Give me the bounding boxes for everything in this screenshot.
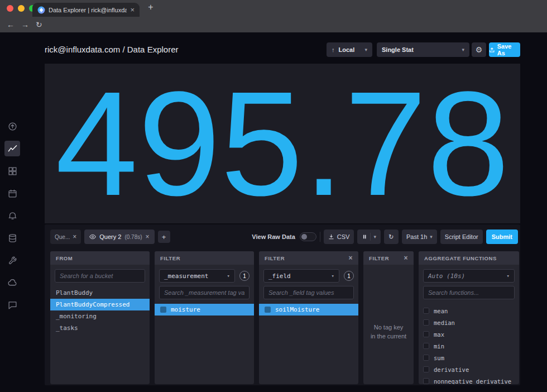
list-item-bucket[interactable]: PlantBuddy bbox=[50, 287, 150, 299]
window-controls bbox=[7, 5, 36, 12]
function-search-input[interactable] bbox=[423, 286, 515, 299]
bell-icon bbox=[8, 211, 17, 221]
viz-dropdown-label: Single Stat bbox=[382, 46, 414, 53]
sidebar-item-settings[interactable] bbox=[4, 252, 20, 268]
remove-filter-icon[interactable]: × bbox=[348, 254, 353, 262]
list-item-function[interactable]: nonnegative derivative bbox=[423, 375, 515, 384]
tab-close-icon[interactable]: × bbox=[130, 6, 135, 13]
timezone-dropdown[interactable]: ↑ Local ▾ bbox=[327, 42, 372, 57]
tag-value-search-input[interactable] bbox=[263, 286, 354, 299]
checkbox[interactable] bbox=[423, 331, 429, 337]
checkbox[interactable] bbox=[423, 343, 429, 349]
calendar-icon bbox=[8, 189, 17, 198]
sidebar-item-alerts[interactable] bbox=[4, 208, 20, 223]
aggregate-card-title: AGGREGATE FUNCTIONS bbox=[424, 255, 497, 261]
function-label: min bbox=[434, 343, 444, 350]
sidebar-item-tasks[interactable] bbox=[4, 185, 20, 201]
filter-card-empty: FILTER × No tag key in the current bbox=[363, 251, 414, 384]
checkbox[interactable] bbox=[423, 366, 429, 372]
browser-tab[interactable]: Data Explorer | rick@influxdat × bbox=[32, 3, 140, 17]
time-range-dropdown[interactable]: Past 1h ▾ bbox=[402, 230, 437, 244]
sidebar-item-feedback[interactable] bbox=[4, 297, 20, 313]
aggregate-card-header: AGGREGATE FUNCTIONS bbox=[419, 251, 519, 265]
page-title-breadcrumb: rick@influxdata.com / Data Explorer bbox=[45, 45, 178, 54]
sidebar-item-cloud[interactable] bbox=[4, 275, 20, 290]
chevron-down-icon: ▾ bbox=[364, 47, 367, 52]
tag-value-search-input[interactable] bbox=[159, 286, 249, 299]
view-raw-data-label: View Raw Data bbox=[252, 233, 295, 240]
list-item-function[interactable]: min bbox=[423, 340, 515, 352]
list-item-bucket[interactable]: _tasks bbox=[50, 322, 150, 334]
tag-key-label: _measurement bbox=[164, 273, 208, 280]
list-item-bucket[interactable]: _monitoring bbox=[50, 310, 150, 322]
bucket-name: _monitoring bbox=[56, 313, 97, 320]
checkbox[interactable] bbox=[423, 308, 429, 314]
checkbox[interactable] bbox=[423, 319, 429, 326]
save-as-button[interactable]: Save As bbox=[489, 42, 520, 57]
forward-icon[interactable]: → bbox=[21, 20, 29, 29]
list-item-function[interactable]: median bbox=[423, 317, 515, 328]
checkbox[interactable] bbox=[423, 378, 429, 384]
view-raw-data-toggle[interactable] bbox=[300, 232, 316, 241]
sidebar-item-data-explorer[interactable] bbox=[4, 141, 20, 156]
from-card: FROM PlantBuddy PlantBuddyCompressed _mo… bbox=[50, 251, 150, 384]
query-tab-1[interactable]: Que... × bbox=[50, 230, 81, 244]
list-item-function[interactable]: derivative bbox=[423, 364, 515, 375]
list-item-bucket-selected[interactable]: PlantBuddyCompressed bbox=[50, 299, 150, 310]
function-label: sum bbox=[434, 355, 444, 361]
app-sidebar bbox=[4, 118, 20, 313]
checkbox-checked[interactable] bbox=[265, 307, 271, 313]
eye-icon[interactable] bbox=[89, 233, 96, 240]
chevron-down-icon: ▾ bbox=[430, 234, 433, 240]
list-item-tag-value-selected[interactable]: soilMoisture bbox=[259, 304, 358, 315]
bucket-name: PlantBuddyCompressed bbox=[56, 301, 129, 308]
download-csv-button[interactable]: CSV bbox=[324, 230, 354, 244]
back-icon[interactable]: ← bbox=[7, 20, 15, 29]
new-tab-button[interactable]: + bbox=[145, 2, 156, 13]
chevron-down-icon: ▾ bbox=[507, 273, 510, 279]
query-duration: (0.78s) bbox=[124, 234, 142, 240]
divider bbox=[370, 233, 371, 241]
checkbox-checked[interactable] bbox=[160, 307, 166, 313]
close-icon[interactable]: × bbox=[73, 233, 76, 241]
close-icon[interactable]: × bbox=[146, 233, 150, 241]
filter-card-field: FILTER × _field ▾ 1 bbox=[259, 251, 358, 384]
remove-filter-icon[interactable]: × bbox=[404, 254, 408, 262]
bucket-name: PlantBuddy bbox=[56, 289, 93, 297]
time-range-label: Past 1h bbox=[406, 233, 427, 240]
window-period-dropdown[interactable]: Auto (10s) ▾ bbox=[423, 269, 515, 283]
pause-icon bbox=[362, 233, 367, 240]
single-stat-value: 495.78 bbox=[55, 69, 510, 218]
sidebar-item-dashboards[interactable] bbox=[4, 163, 20, 179]
script-editor-button[interactable]: Script Editor bbox=[440, 230, 483, 244]
filter-card-header: FILTER bbox=[155, 251, 254, 265]
bucket-search-input[interactable] bbox=[55, 269, 145, 283]
chevron-down-icon: ▾ bbox=[462, 47, 464, 52]
checkbox[interactable] bbox=[423, 355, 429, 361]
export-icon bbox=[489, 47, 495, 53]
list-item-tag-value-selected[interactable]: moisture bbox=[155, 304, 254, 315]
list-item-function[interactable]: max bbox=[423, 328, 515, 340]
list-item-function[interactable]: mean bbox=[423, 305, 515, 317]
chevron-down-icon: ▾ bbox=[332, 273, 334, 279]
tag-key-dropdown[interactable]: _measurement ▾ bbox=[159, 269, 235, 283]
list-item-function[interactable]: sum bbox=[423, 352, 515, 364]
add-query-button[interactable]: + bbox=[158, 231, 170, 243]
query-tab-2-active[interactable]: Query 2 (0.78s) × bbox=[84, 230, 154, 244]
visualization-type-dropdown[interactable]: Single Stat ▾ bbox=[377, 42, 469, 57]
minimize-window-button[interactable] bbox=[18, 5, 25, 12]
pause-refresh-button[interactable]: ▾ bbox=[357, 230, 381, 244]
filter-card-body: _field ▾ 1 soilMoisture bbox=[259, 265, 358, 320]
selected-count-badge: 1 bbox=[344, 271, 354, 281]
tag-value-label: soilMoisture bbox=[275, 306, 319, 313]
submit-button[interactable]: Submit bbox=[486, 230, 518, 244]
influxdb-app: rick@influxdata.com / Data Explorer ↑ Lo… bbox=[0, 32, 547, 392]
sidebar-item-load-data[interactable] bbox=[4, 118, 20, 134]
chat-icon bbox=[8, 300, 17, 310]
tag-key-dropdown[interactable]: _field ▾ bbox=[263, 269, 339, 283]
customize-button[interactable]: ⚙ bbox=[472, 42, 486, 57]
refresh-button[interactable]: ↻ bbox=[384, 230, 399, 244]
close-window-button[interactable] bbox=[7, 5, 13, 12]
reload-icon[interactable]: ↻ bbox=[36, 20, 42, 29]
sidebar-item-buckets[interactable] bbox=[4, 230, 20, 246]
